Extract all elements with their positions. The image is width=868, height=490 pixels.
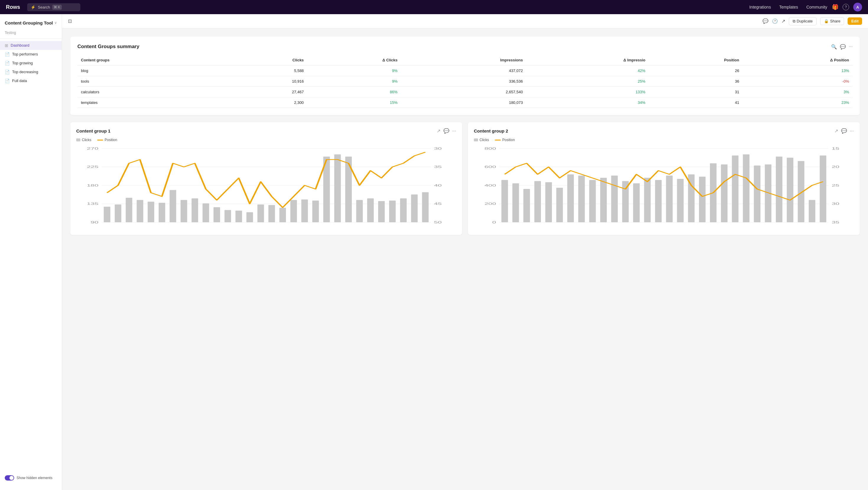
search-placeholder: Search xyxy=(38,5,50,9)
user-avatar[interactable]: A xyxy=(853,3,862,11)
sidebar-toggle-icon[interactable]: ⊡ xyxy=(68,18,72,24)
svg-rect-8 xyxy=(137,200,143,222)
svg-rect-55 xyxy=(556,188,563,222)
table-row: templates 2,300 15% 180,073 34% 41 23% xyxy=(78,97,852,108)
sidebar-bottom: Show hidden elements xyxy=(0,470,62,485)
legend-line-icon xyxy=(97,140,103,140)
cell-group: templates xyxy=(78,97,228,108)
gift-icon[interactable]: 🎁 xyxy=(832,4,838,10)
cell-position: 31 xyxy=(649,87,742,97)
chart1-line-icon[interactable]: ↗ xyxy=(437,128,440,134)
svg-rect-18 xyxy=(246,212,253,222)
chart1-svg: 270225180135903035404550 xyxy=(76,145,456,228)
nav-templates[interactable]: Templates xyxy=(779,5,798,9)
chart1-legend-clicks-label: Clicks xyxy=(82,138,91,142)
svg-text:600: 600 xyxy=(485,165,496,169)
sidebar-item-top-growing[interactable]: 📄 Top growing xyxy=(0,59,62,68)
svg-text:400: 400 xyxy=(485,184,496,188)
help-icon[interactable]: ? xyxy=(843,4,849,10)
doc-icon-1: 📄 xyxy=(5,52,10,57)
cell-delta-pos: 13% xyxy=(743,66,852,76)
chart1-comment-icon[interactable]: 💬 xyxy=(443,128,450,134)
sidebar-item-label: Top performers xyxy=(12,52,38,56)
svg-rect-73 xyxy=(754,166,761,222)
history-icon[interactable]: 🕐 xyxy=(772,18,778,24)
sidebar-item-dashboard[interactable]: ⊞ Dashboard xyxy=(0,41,62,50)
cell-delta-imp: 34% xyxy=(526,97,649,108)
svg-text:20: 20 xyxy=(832,165,839,169)
cell-group: tools xyxy=(78,76,228,87)
cell-delta-imp: 133% xyxy=(526,87,649,97)
svg-rect-51 xyxy=(512,183,519,222)
sidebar-item-label: Full data xyxy=(12,78,27,83)
comment-icon[interactable]: 💬 xyxy=(763,18,769,24)
chart1-legend-clicks: Clicks xyxy=(76,138,91,142)
charts-row: Content group 1 ↗ 💬 ··· Clicks xyxy=(70,122,860,235)
sidebar-item-label: Dashboard xyxy=(11,43,30,47)
comment-icon[interactable]: 💬 xyxy=(840,44,846,50)
more-icon[interactable]: ··· xyxy=(849,44,852,49)
chart2-line-icon[interactable]: ↗ xyxy=(834,128,838,134)
svg-rect-29 xyxy=(367,198,374,222)
svg-rect-57 xyxy=(578,176,585,222)
svg-rect-9 xyxy=(148,202,154,222)
nav-integrations[interactable]: Integrations xyxy=(749,5,771,9)
svg-rect-52 xyxy=(523,189,530,222)
chart-icon[interactable]: ↗ xyxy=(781,18,785,24)
chart2-title: Content group 2 xyxy=(474,128,834,133)
show-hidden-toggle[interactable] xyxy=(5,475,14,481)
col-impressions: Impressions xyxy=(401,56,526,66)
cell-delta-clicks: 86% xyxy=(307,87,401,97)
sidebar-item-top-decreasing[interactable]: 📄 Top decreasing xyxy=(0,68,62,76)
sidebar-item-full-data[interactable]: 📄 Full data xyxy=(0,76,62,85)
svg-rect-32 xyxy=(400,198,406,222)
svg-rect-71 xyxy=(732,156,738,222)
svg-rect-79 xyxy=(820,156,826,222)
duplicate-button[interactable]: ⧉ Duplicate xyxy=(789,17,816,25)
search-icon[interactable]: 🔍 xyxy=(831,44,837,50)
search-bar[interactable]: ⚡ Search ⌘ K xyxy=(27,3,80,11)
chart2-card: Content group 2 ↗ 💬 ··· Clicks xyxy=(468,122,860,235)
chart2-header: Content group 2 ↗ 💬 ··· xyxy=(474,128,854,134)
nav-community[interactable]: Community xyxy=(806,5,827,9)
share-button[interactable]: 🔒 Share xyxy=(820,17,844,25)
svg-rect-11 xyxy=(169,190,176,222)
summary-table: Content groups Clicks Δ Clicks Impressio… xyxy=(78,56,852,108)
chart2-container: 80060040020001520253035 xyxy=(474,145,854,229)
svg-rect-63 xyxy=(644,178,651,222)
cell-delta-imp: 25% xyxy=(526,76,649,87)
nav-icons: 🎁 ? A xyxy=(832,3,862,11)
search-shortcut: ⌘ K xyxy=(52,5,61,10)
app-layout: Content Grouping Tool ∨ Testing ⊞ Dashbo… xyxy=(0,14,868,490)
sidebar-chevron[interactable]: ∨ xyxy=(54,21,57,25)
chart2-more-icon[interactable]: ··· xyxy=(850,128,854,134)
chart1-icons: ↗ 💬 ··· xyxy=(437,128,456,134)
sidebar-divider xyxy=(0,38,62,39)
summary-icons: 🔍 💬 ··· xyxy=(831,44,852,50)
svg-rect-75 xyxy=(776,157,782,222)
sidebar-subtitle: Testing xyxy=(0,31,62,38)
cell-delta-clicks: 9% xyxy=(307,76,401,87)
cell-delta-clicks: 15% xyxy=(307,97,401,108)
cell-impressions: 336,536 xyxy=(401,76,526,87)
duplicate-label: Duplicate xyxy=(797,19,813,23)
svg-text:25: 25 xyxy=(832,184,839,188)
sidebar-title-block: Content Grouping Tool ∨ xyxy=(0,19,62,31)
sidebar-item-top-performers[interactable]: 📄 Top performers xyxy=(0,50,62,59)
svg-rect-72 xyxy=(743,154,749,222)
chart1-container: 270225180135903035404550 xyxy=(76,145,456,229)
svg-rect-50 xyxy=(501,180,508,222)
svg-text:180: 180 xyxy=(87,184,98,188)
svg-text:45: 45 xyxy=(434,202,442,206)
edit-button[interactable]: Edit xyxy=(848,18,862,25)
svg-rect-66 xyxy=(677,179,684,222)
svg-rect-14 xyxy=(203,203,209,222)
svg-rect-26 xyxy=(334,154,341,222)
doc-icon-3: 📄 xyxy=(5,70,10,74)
chart1-more-icon[interactable]: ··· xyxy=(452,128,456,134)
chart1-card: Content group 1 ↗ 💬 ··· Clicks xyxy=(70,122,462,235)
svg-rect-7 xyxy=(126,198,132,222)
svg-rect-65 xyxy=(666,176,673,222)
app-logo[interactable]: Rows xyxy=(6,4,20,10)
chart2-comment-icon[interactable]: 💬 xyxy=(841,128,847,134)
